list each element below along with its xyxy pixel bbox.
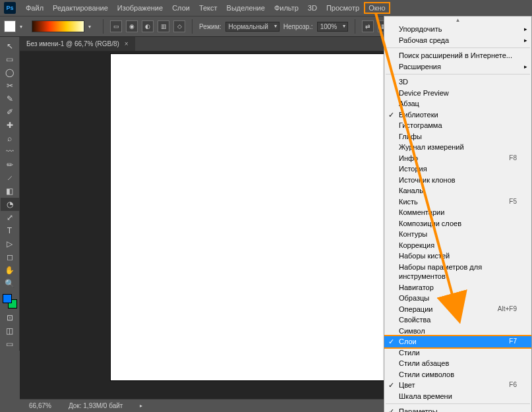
menu-image[interactable]: Изображение xyxy=(113,2,167,14)
menu-item-источник-клонов[interactable]: Источник клонов xyxy=(384,175,531,186)
menu-3d[interactable]: 3D xyxy=(303,2,322,14)
opacity-label: Непрозр.: xyxy=(283,23,313,30)
tool-1[interactable]: ▭ xyxy=(1,53,19,66)
menu-item-device-preview[interactable]: Device Preview xyxy=(384,88,531,99)
tool-14[interactable]: T xyxy=(1,224,19,237)
color-swatches[interactable] xyxy=(0,293,19,311)
menu-item-цвет[interactable]: ✓ЦветF6 xyxy=(384,380,531,391)
tool-10[interactable]: ⟋ xyxy=(1,171,19,185)
menu-item-label: Глифы xyxy=(399,132,422,142)
tool-9[interactable]: ✏ xyxy=(1,158,19,171)
tool-13[interactable]: ⤢ xyxy=(1,211,19,224)
menu-item-кисть[interactable]: КистьF5 xyxy=(384,196,531,208)
menu-item-коррекция[interactable]: Коррекция xyxy=(384,240,531,251)
mode-label: Режим: xyxy=(199,23,222,30)
grad-diamond-icon[interactable]: ◇ xyxy=(173,20,185,32)
menu-item-поиск-расширений-в-интернете-[interactable]: Поиск расширений в Интернете... xyxy=(384,50,531,61)
menu-item-гистограмма[interactable]: Гистограмма xyxy=(384,120,531,131)
menu-item-параметры[interactable]: ✓Параметры xyxy=(384,406,531,412)
menu-view[interactable]: Просмотр xyxy=(322,2,364,14)
menu-item-образцы[interactable]: Образцы xyxy=(384,293,531,304)
menu-layers[interactable]: Слои xyxy=(167,2,194,14)
menu-item-каналы[interactable]: Каналы xyxy=(384,185,531,196)
opacity-select[interactable]: 100% xyxy=(317,22,349,32)
menu-item-слои[interactable]: ✓СлоиF7 xyxy=(384,335,531,349)
menu-item-label: Инфо xyxy=(399,154,418,163)
gradient-dropdown-icon[interactable]: ▾ xyxy=(88,24,96,30)
canvas[interactable] xyxy=(111,54,384,380)
menu-text[interactable]: Текст xyxy=(194,2,222,14)
tool-18[interactable]: 🔍 xyxy=(1,277,19,290)
tool-16[interactable]: ◻ xyxy=(1,250,19,264)
zoom-level[interactable]: 66,67% xyxy=(29,402,51,409)
menu-item-операции[interactable]: ОперацииAlt+F9 xyxy=(384,304,531,315)
tool-11[interactable]: ◧ xyxy=(1,185,19,198)
tool-15[interactable]: ▷ xyxy=(1,237,19,250)
menu-item-наборы-параметров-для-инструментов[interactable]: Наборы параметров для инструментов xyxy=(384,262,531,282)
menu-item-история[interactable]: История xyxy=(384,163,531,175)
menu-item-label: Журнал измерений xyxy=(399,142,464,152)
menu-shortcut: Alt+F9 xyxy=(498,305,517,314)
menu-item-журнал-измерений[interactable]: Журнал измерений xyxy=(384,142,531,153)
menu-item-3d[interactable]: 3D xyxy=(384,76,531,88)
menu-item-стили-абзацев[interactable]: Стили абзацев xyxy=(384,358,531,369)
swatch-dropdown-icon[interactable]: ▾ xyxy=(20,24,28,30)
menu-item-стили[interactable]: Стили xyxy=(384,347,531,359)
separator xyxy=(355,19,355,34)
menu-item-комментарии[interactable]: Комментарии xyxy=(384,207,531,218)
tool-6[interactable]: ✚ xyxy=(1,119,19,132)
menu-item-label: Кисть xyxy=(399,197,418,207)
document-tab-title: Без имени-1 @ 66,7% (RGB/8) xyxy=(26,40,119,47)
grad-angle-icon[interactable]: ◐ xyxy=(142,20,154,32)
tool-8[interactable]: 〰 xyxy=(1,145,19,158)
menu-item-рабочая-среда[interactable]: Рабочая среда xyxy=(384,35,531,46)
menu-select[interactable]: Выделение xyxy=(222,2,270,14)
foreground-swatch[interactable] xyxy=(4,20,16,32)
menu-item-label: Цвет xyxy=(399,380,415,390)
menu-item-композиции-слоев[interactable]: Композиции слоев xyxy=(384,218,531,229)
tool-7[interactable]: ⌕ xyxy=(1,132,19,145)
tool-3[interactable]: ✂ xyxy=(1,79,19,92)
close-tab-icon[interactable]: × xyxy=(125,40,129,47)
blend-mode-select[interactable]: Нормальный xyxy=(225,22,280,32)
grad-radial-icon[interactable]: ◉ xyxy=(126,20,138,32)
menu-item-контуры[interactable]: Контуры xyxy=(384,229,531,240)
document-tab[interactable]: Без имени-1 @ 66,7% (RGB/8) × xyxy=(20,37,135,51)
menu-item-label: 3D xyxy=(399,77,408,87)
menu-item-наборы-кистей[interactable]: Наборы кистей xyxy=(384,250,531,262)
menu-item-стили-символов[interactable]: Стили символов xyxy=(384,369,531,380)
grad-linear-icon[interactable]: ▭ xyxy=(110,20,122,32)
grad-reflected-icon[interactable]: ▥ xyxy=(158,20,169,32)
app-logo: Ps xyxy=(4,2,16,14)
menu-window[interactable]: Окно xyxy=(364,2,390,14)
opt-icon-reverse[interactable]: ⇄ xyxy=(362,20,374,32)
foreground-color[interactable] xyxy=(3,294,12,303)
gradient-preview[interactable] xyxy=(32,20,84,32)
menu-item-абзац[interactable]: Абзац xyxy=(384,98,531,109)
tool-0[interactable]: ↖ xyxy=(1,40,19,53)
tool-4[interactable]: ✎ xyxy=(1,92,19,105)
tool-quickmask-1[interactable]: ◫ xyxy=(1,324,19,338)
menu-item-label: Контуры xyxy=(399,229,427,239)
menu-item-инфо[interactable]: ИнфоF8 xyxy=(384,153,531,164)
menu-item-свойства[interactable]: Свойства xyxy=(384,314,531,326)
tool-17[interactable]: ✋ xyxy=(1,264,19,277)
menu-item-навигатор[interactable]: Навигатор xyxy=(384,282,531,293)
menu-file[interactable]: Файл xyxy=(21,2,48,14)
tool-2[interactable]: ◯ xyxy=(1,66,19,79)
menu-item-label: Шкала времени xyxy=(399,392,452,401)
tool-quickmask-2[interactable]: ▭ xyxy=(1,338,19,351)
tool-quickmask-0[interactable]: ⊡ xyxy=(1,311,19,324)
status-arrow-icon[interactable]: ▸ xyxy=(140,403,142,409)
menu-filter[interactable]: Фильтр xyxy=(270,2,303,14)
menu-item-глифы[interactable]: Глифы xyxy=(384,131,531,142)
menu-item-упорядочить[interactable]: Упорядочить xyxy=(384,24,531,35)
menu-item-расширения[interactable]: Расширения xyxy=(384,61,531,73)
menu-item-label: Операции xyxy=(399,305,432,314)
tool-5[interactable]: ✐ xyxy=(1,105,19,119)
tool-12[interactable]: ◔ xyxy=(1,198,19,211)
menu-item-библиотеки[interactable]: ✓Библиотеки xyxy=(384,109,531,121)
menu-edit[interactable]: Редактирование xyxy=(48,2,113,14)
scroll-up-icon[interactable]: ▲ xyxy=(384,16,531,24)
menu-item-шкала-времени[interactable]: Шкала времени xyxy=(384,391,531,402)
